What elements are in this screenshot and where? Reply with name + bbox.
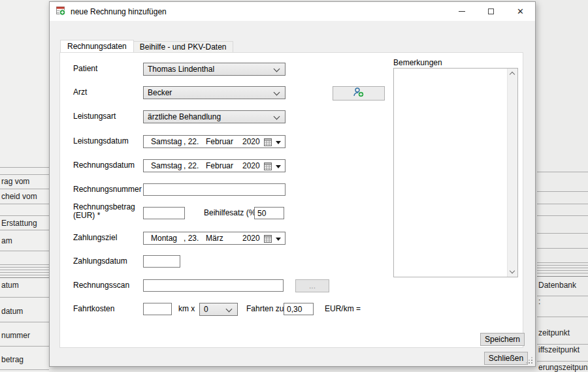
background-label: Erstattung bbox=[1, 219, 37, 228]
screen: { "window": { "title": "neue Rechnung hi… bbox=[0, 0, 588, 372]
row-divider bbox=[537, 172, 588, 172]
leistungsdatum-picker[interactable]: Samstag, 22.Februar2020 bbox=[143, 135, 286, 148]
scroll-up-icon bbox=[510, 72, 515, 77]
row-divider bbox=[0, 174, 49, 175]
fahrten-zu-label: Fahrten zu bbox=[246, 305, 284, 313]
schliessen-button[interactable]: Schließen bbox=[484, 352, 528, 365]
leistungsart-value: ärztliche Behandlung bbox=[148, 112, 221, 121]
background-label: datum bbox=[1, 307, 23, 316]
fahrtkosten-label: Fahrtkosten bbox=[73, 305, 114, 313]
rechnungsscan-input[interactable] bbox=[143, 279, 284, 292]
background-label: betrag bbox=[1, 355, 24, 364]
maximize-button[interactable] bbox=[476, 2, 506, 21]
background-label: rag vom bbox=[1, 177, 29, 186]
resize-grip[interactable] bbox=[526, 357, 532, 364]
background-label: erungszeitpunkt bbox=[538, 363, 588, 372]
background-label: nummer bbox=[1, 331, 30, 340]
rechnungsnummer-input[interactable] bbox=[143, 183, 286, 196]
chevron-down-icon bbox=[226, 306, 233, 313]
patient-value: Thomas Lindenthal bbox=[148, 65, 214, 74]
bemerkungen-textarea[interactable] bbox=[393, 68, 518, 277]
background-label: zeitpunkt bbox=[538, 328, 570, 337]
dialog-neue-rechnung: neue Rechnung hinzufügen ✕ Rechnungsdate… bbox=[49, 1, 536, 367]
eur-km-label: EUR/km = bbox=[325, 305, 361, 313]
rechnungsnummer-label: Rechnungsnummer bbox=[73, 185, 142, 194]
zahlungsziel-label: Zahlungsziel bbox=[73, 234, 117, 242]
add-doctor-button[interactable] bbox=[333, 86, 385, 101]
row-divider bbox=[537, 268, 588, 268]
dropdown-arrow-icon bbox=[276, 165, 281, 168]
background-window-right: Datenbank : zeitpunkt iffszeitpunkt erun… bbox=[537, 0, 588, 372]
zahlungsdatum-input[interactable] bbox=[143, 255, 180, 268]
dialog-titlebar[interactable]: neue Rechnung hinzufügen ✕ bbox=[50, 2, 535, 21]
background-label: am bbox=[1, 236, 12, 245]
arzt-select[interactable]: Becker bbox=[143, 86, 286, 99]
chevron-down-icon bbox=[274, 89, 280, 96]
browse-button[interactable]: ... bbox=[295, 279, 329, 292]
date-day-name: Samstag bbox=[151, 137, 184, 146]
rechnungsdatum-picker[interactable]: Samstag, 22.Februar2020 bbox=[143, 159, 286, 172]
tab-beihilfe-pkv[interactable]: Beihilfe - und PKV-Daten bbox=[133, 41, 233, 52]
background-label: Datenbank bbox=[538, 281, 576, 290]
row-divider bbox=[537, 296, 588, 296]
row-divider bbox=[0, 264, 49, 265]
calendar-icon bbox=[264, 138, 272, 148]
row-divider bbox=[537, 233, 588, 234]
background-label: : bbox=[538, 297, 540, 306]
row-divider bbox=[0, 369, 49, 370]
row-divider bbox=[0, 167, 49, 168]
fahrtkosten-km-input[interactable] bbox=[143, 303, 172, 315]
scrollbar[interactable] bbox=[507, 69, 517, 277]
background-window-left: rag vom cheid vom Erstattung am atum dat… bbox=[0, 0, 49, 372]
leistungsdatum-label: Leistungsdatum bbox=[73, 137, 129, 146]
date-month: Februar bbox=[206, 161, 242, 170]
row-divider bbox=[0, 267, 49, 268]
row-divider bbox=[0, 230, 49, 230]
date-year: 2020 bbox=[242, 161, 266, 170]
date-day: , 22. bbox=[184, 161, 206, 170]
row-divider bbox=[0, 346, 49, 347]
date-day-name: Samstag bbox=[151, 161, 184, 170]
date-day-name: Montag bbox=[151, 234, 184, 243]
add-person-icon bbox=[351, 87, 366, 100]
row-divider bbox=[0, 322, 49, 322]
row-divider bbox=[0, 204, 49, 204]
background-label: atum bbox=[1, 281, 19, 290]
zahlungsdatum-label: Zahlungsdatum bbox=[73, 257, 127, 266]
bemerkungen-label: Bemerkungen bbox=[393, 59, 442, 67]
speichern-button[interactable]: Speichern bbox=[480, 333, 525, 346]
patient-label: Patient bbox=[73, 65, 97, 73]
minimize-button[interactable] bbox=[447, 2, 476, 21]
zahlungsziel-picker[interactable]: Montag, 23.März2020 bbox=[143, 232, 286, 245]
tab-rechnungsdaten[interactable]: Rechnungsdaten bbox=[60, 40, 134, 52]
row-divider bbox=[0, 189, 49, 189]
rechnungsdatum-label: Rechnungsdatum bbox=[73, 161, 135, 170]
chevron-down-icon bbox=[274, 66, 280, 72]
rechnungsscan-label: Rechnungsscan bbox=[73, 281, 129, 290]
row-divider bbox=[537, 273, 588, 273]
scroll-down-icon bbox=[510, 268, 515, 273]
beihilfesatz-label: Beihilfesatz (%) bbox=[204, 209, 258, 217]
close-button[interactable]: ✕ bbox=[506, 2, 535, 21]
date-month: März bbox=[206, 234, 242, 243]
row-divider bbox=[537, 276, 588, 277]
leistungsart-select[interactable]: ärztliche Behandlung bbox=[143, 110, 286, 123]
row-divider bbox=[537, 191, 588, 192]
row-divider bbox=[0, 275, 49, 275]
leistungsart-label: Leistungsart bbox=[73, 112, 116, 121]
fahrt-satz-input[interactable] bbox=[284, 303, 314, 315]
row-divider bbox=[537, 204, 588, 204]
rechnungsbetrag-input[interactable] bbox=[143, 207, 185, 219]
row-divider bbox=[0, 215, 49, 216]
beihilfesatz-input[interactable] bbox=[254, 207, 284, 219]
row-divider bbox=[537, 265, 588, 266]
fahrten-anzahl-select[interactable]: 0 bbox=[199, 303, 238, 316]
calendar-icon bbox=[264, 235, 272, 245]
calendar-icon bbox=[264, 163, 272, 172]
patient-select[interactable]: Thomas Lindenthal bbox=[143, 63, 286, 76]
dropdown-arrow-icon bbox=[276, 238, 281, 241]
add-invoice-icon bbox=[56, 5, 66, 18]
date-day: , 22. bbox=[184, 137, 206, 146]
background-label: iffszeitpunkt bbox=[538, 345, 580, 354]
dialog-title: neue Rechnung hinzufügen bbox=[71, 7, 447, 16]
